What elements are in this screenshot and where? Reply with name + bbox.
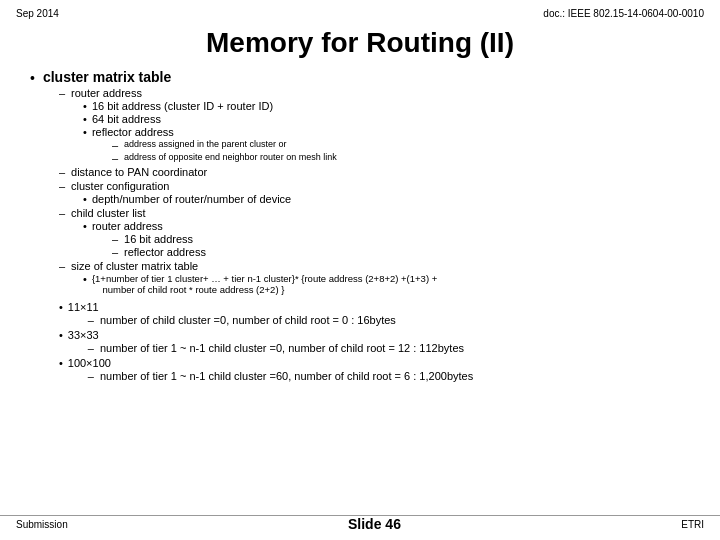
cluster-config-dash: – cluster configuration • depth/number o…	[59, 180, 473, 205]
calc-11x11-label: 11×11	[68, 301, 99, 313]
header-right: doc.: IEEE 802.15-14-0604-00-0010	[543, 8, 704, 19]
reflector-address-label: reflector address	[92, 126, 174, 138]
bullet-icon: •	[30, 70, 35, 86]
calc-11x11-sub: – number of child cluster =0, number of …	[88, 314, 396, 326]
cluster-config-sub: • depth/number of router/number of devic…	[83, 193, 291, 205]
calc-33x33-text: number of tier 1 ~ n-1 child cluster =0,…	[100, 342, 464, 354]
calc-100x100-group: 100×100 – number of tier 1 ~ n-1 child c…	[68, 357, 473, 382]
child-reflector-text: reflector address	[124, 246, 206, 258]
calc-100x100-text: number of tier 1 ~ n-1 child cluster =60…	[100, 370, 473, 382]
calc-33x33-group: 33×33 – number of tier 1 ~ n-1 child clu…	[68, 329, 464, 354]
child-router-addr-group: router address – 16 bit address – reflec…	[92, 220, 206, 258]
page: Sep 2014 doc.: IEEE 802.15-14-0604-00-00…	[0, 0, 720, 540]
calc-11x11: • 11×11 – number of child cluster =0, nu…	[59, 301, 473, 326]
footer: Submission Slide 46 ETRI	[0, 515, 720, 532]
size-formula-text: {1+number of tier 1 cluster+ … + tier n-…	[92, 273, 437, 295]
calc-33x33: • 33×33 – number of tier 1 ~ n-1 child c…	[59, 329, 473, 354]
router-address-sub: • 16 bit address (cluster ID + router ID…	[83, 100, 337, 164]
page-title: Memory for Routing (II)	[0, 27, 720, 59]
child-cluster-dash: – child cluster list • router address –	[59, 207, 473, 258]
child-reflector-dash: – reflector address	[112, 246, 206, 258]
bit64-text: 64 bit address	[92, 113, 161, 125]
size-label: size of cluster matrix table	[71, 260, 198, 272]
router-address-group: router address • 16 bit address (cluster…	[71, 87, 337, 164]
distance-label: distance to PAN coordinator	[71, 166, 207, 178]
calc-100x100-sub: – number of tier 1 ~ n-1 child cluster =…	[88, 370, 473, 382]
dash-icon: –	[59, 87, 65, 99]
child-cluster-sub: • router address – 16 bit address	[83, 220, 206, 258]
reflector-dash1: – address assigned in the parent cluster…	[112, 139, 337, 151]
child-16bit-dash: – 16 bit address	[112, 233, 206, 245]
bit16-text: 16 bit address (cluster ID + router ID)	[92, 100, 273, 112]
router-address-label: router address	[71, 87, 142, 99]
size-dash: – size of cluster matrix table • {1+numb…	[59, 260, 473, 295]
bullet-64bit: • 64 bit address	[83, 113, 337, 125]
child-cluster-group: child cluster list • router address – 16…	[71, 207, 206, 258]
footer-center: Slide 46	[348, 516, 401, 532]
footer-left: Submission	[16, 519, 68, 530]
child-cluster-label: child cluster list	[71, 207, 146, 219]
cluster-config-group: cluster configuration • depth/number of …	[71, 180, 291, 205]
reflector-group: reflector address – address assigned in …	[92, 126, 337, 164]
sub-list: – router address • 16 bit address (clust…	[59, 87, 473, 295]
header-left: Sep 2014	[16, 8, 59, 19]
calc-33x33-label: 33×33	[68, 329, 99, 341]
bullet-reflector: • reflector address – address assigned i…	[83, 126, 337, 164]
main-bullet: • cluster matrix table – router address …	[30, 69, 690, 382]
reflector-dash2: – address of opposite end neighbor route…	[112, 152, 337, 164]
calc-33x33-sub: – number of tier 1 ~ n-1 child cluster =…	[88, 342, 464, 354]
reflector-dash1-text: address assigned in the parent cluster o…	[124, 139, 287, 149]
calc-11x11-group: 11×11 – number of child cluster =0, numb…	[68, 301, 396, 326]
calc-items: • 11×11 – number of child cluster =0, nu…	[59, 301, 473, 382]
bullet-router-addr: • router address – 16 bit address	[83, 220, 206, 258]
child-16bit-text: 16 bit address	[124, 233, 193, 245]
child-router-addr-label: router address	[92, 220, 163, 232]
size-group: size of cluster matrix table • {1+number…	[71, 260, 437, 295]
content-area: • cluster matrix table – router address …	[0, 69, 720, 382]
bullet-16bit: • 16 bit address (cluster ID + router ID…	[83, 100, 337, 112]
calc-100x100: • 100×100 – number of tier 1 ~ n-1 child…	[59, 357, 473, 382]
cluster-config-label: cluster configuration	[71, 180, 169, 192]
footer-right: ETRI	[681, 519, 704, 530]
depth-text: depth/number of router/number of device	[92, 193, 291, 205]
size-sub: • {1+number of tier 1 cluster+ … + tier …	[83, 273, 437, 295]
calc-11x11-text: number of child cluster =0, number of ch…	[100, 314, 396, 326]
calc-100x100-label: 100×100	[68, 357, 111, 369]
cluster-matrix-title: cluster matrix table	[43, 69, 171, 85]
bullet-size-formula: • {1+number of tier 1 cluster+ … + tier …	[83, 273, 437, 295]
router-address-dash: – router address • 16 bit address (clust…	[59, 87, 473, 164]
bullet-depth: • depth/number of router/number of devic…	[83, 193, 291, 205]
distance-dash: – distance to PAN coordinator	[59, 166, 473, 178]
cluster-matrix-section: cluster matrix table – router address • …	[43, 69, 473, 382]
reflector-dash2-text: address of opposite end neighbor router …	[124, 152, 337, 162]
header: Sep 2014 doc.: IEEE 802.15-14-0604-00-00…	[0, 0, 720, 23]
